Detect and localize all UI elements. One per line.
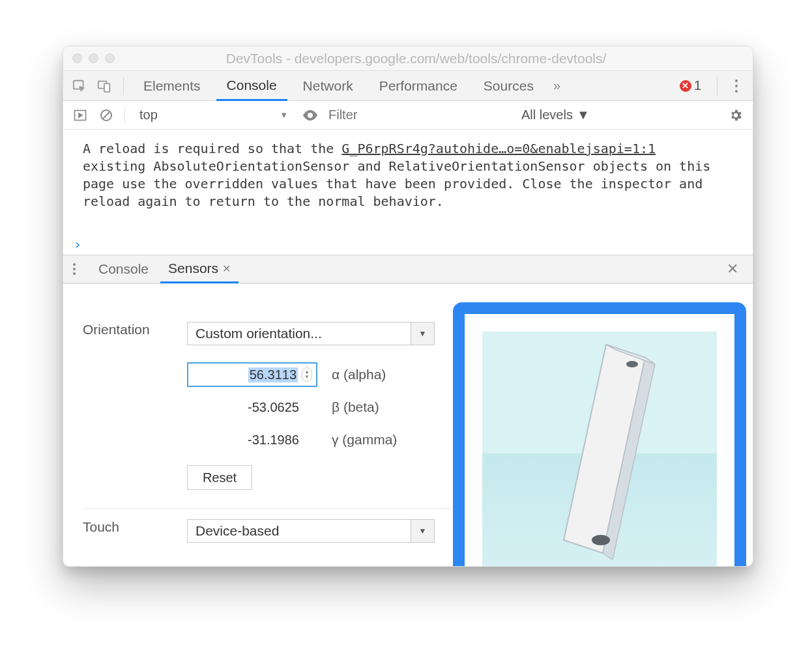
console-settings-gear-icon[interactable] (728, 107, 744, 123)
tab-sources[interactable]: Sources (473, 71, 544, 100)
error-icon: ✕ (680, 80, 691, 92)
zoom-window-button[interactable] (105, 53, 115, 63)
svg-point-3 (735, 79, 738, 82)
number-stepper-icon[interactable]: ▲▼ (302, 367, 312, 382)
kebab-menu-icon[interactable] (727, 79, 746, 93)
log-levels-label: All levels (521, 107, 573, 122)
svg-point-10 (73, 268, 76, 270)
minimize-window-button[interactable] (89, 53, 98, 63)
gamma-input[interactable]: -31.1986 (187, 427, 317, 452)
toolbar-divider (123, 77, 124, 95)
orientation-select[interactable]: Custom orientation... ▼ (187, 322, 435, 345)
touch-select-value: Device-based (188, 523, 411, 539)
filter-input[interactable] (328, 106, 511, 124)
console-message: A reload is required so that the G_P6rpR… (63, 130, 753, 234)
sensors-pane: Orientation Custom orientation... ▼ 56.3… (63, 283, 753, 566)
svg-point-9 (73, 263, 76, 266)
svg-point-15 (626, 361, 638, 367)
alpha-value: 56.3113 (248, 367, 298, 382)
gamma-label: γ (gamma) (332, 432, 397, 448)
context-selector[interactable]: top ▼ (136, 107, 292, 122)
svg-point-5 (735, 90, 738, 93)
beta-input[interactable]: -53.0625 (187, 395, 317, 420)
message-text-pre: A reload is required so that the (83, 141, 341, 156)
error-count-badge[interactable]: ✕ 1 (673, 78, 708, 93)
svg-point-4 (735, 85, 738, 87)
console-prompt[interactable]: › (63, 234, 753, 255)
tab-elements[interactable]: Elements (133, 71, 211, 100)
drawer-tab-sensors[interactable]: Sensors ✕ (160, 256, 239, 283)
message-text-rest: existing AbsoluteOrientationSensor and R… (83, 158, 710, 209)
log-levels-selector[interactable]: All levels ▼ (521, 107, 590, 122)
touch-section: Touch Device-based ▼ (83, 519, 733, 543)
live-expression-eye-icon[interactable] (302, 107, 318, 123)
svg-line-8 (103, 112, 109, 119)
svg-point-11 (73, 272, 76, 275)
window-title: DevTools - developers.google.com/web/too… (121, 51, 744, 66)
console-toolbar: top ▼ All levels ▼ (63, 101, 753, 130)
beta-value: -53.0625 (248, 400, 299, 415)
window-titlebar: DevTools - developers.google.com/web/too… (63, 46, 753, 71)
tabs-overflow-button[interactable]: » (549, 78, 564, 93)
chevron-down-icon: ▼ (411, 322, 434, 345)
touch-label: Touch (83, 519, 187, 543)
devtools-window: DevTools - developers.google.com/web/too… (63, 46, 753, 567)
devtools-toolbar: Elements Console Network Performance Sou… (63, 71, 753, 101)
drawer-menu-icon[interactable] (72, 263, 87, 276)
drawer-toolbar: Console Sensors ✕ ✕ (63, 255, 753, 283)
context-value: top (139, 107, 158, 122)
close-window-button[interactable] (72, 53, 82, 63)
chevron-down-icon: ▼ (280, 110, 288, 120)
touch-select[interactable]: Device-based ▼ (187, 519, 435, 543)
gamma-value: -31.1986 (248, 433, 299, 448)
drawer-close-icon[interactable]: ✕ (721, 261, 744, 278)
alpha-input[interactable]: 56.3113 ▲▼ (187, 362, 317, 387)
beta-label: β (beta) (332, 399, 379, 415)
tab-console[interactable]: Console (216, 72, 287, 101)
inspect-element-icon[interactable] (70, 76, 89, 96)
chevron-down-icon: ▼ (577, 107, 590, 122)
reset-button[interactable]: Reset (187, 465, 252, 490)
svg-rect-2 (104, 83, 109, 92)
alpha-label: α (alpha) (332, 367, 386, 382)
clear-console-icon[interactable] (98, 107, 114, 123)
execution-play-icon[interactable] (72, 107, 88, 123)
drawer-tab-console[interactable]: Console (91, 255, 156, 283)
error-count: 1 (694, 78, 701, 93)
tab-network[interactable]: Network (293, 71, 364, 100)
chevron-down-icon: ▼ (411, 520, 434, 542)
orientation-select-value: Custom orientation... (188, 326, 411, 341)
close-tab-icon[interactable]: ✕ (218, 263, 231, 275)
device-toggle-icon[interactable] (94, 76, 114, 96)
drawer-tab-label: Sensors (168, 261, 218, 276)
toolbar-divider (717, 77, 718, 95)
message-source-link[interactable]: G_P6rpRSr4g?autohide…o=0&enablejsapi=1:1 (341, 141, 656, 156)
toolbar-divider (124, 107, 125, 124)
orientation-label: Orientation (83, 322, 187, 490)
window-controls (72, 53, 115, 63)
tab-performance[interactable]: Performance (369, 71, 468, 100)
orientation-section: Orientation Custom orientation... ▼ 56.3… (83, 322, 733, 490)
